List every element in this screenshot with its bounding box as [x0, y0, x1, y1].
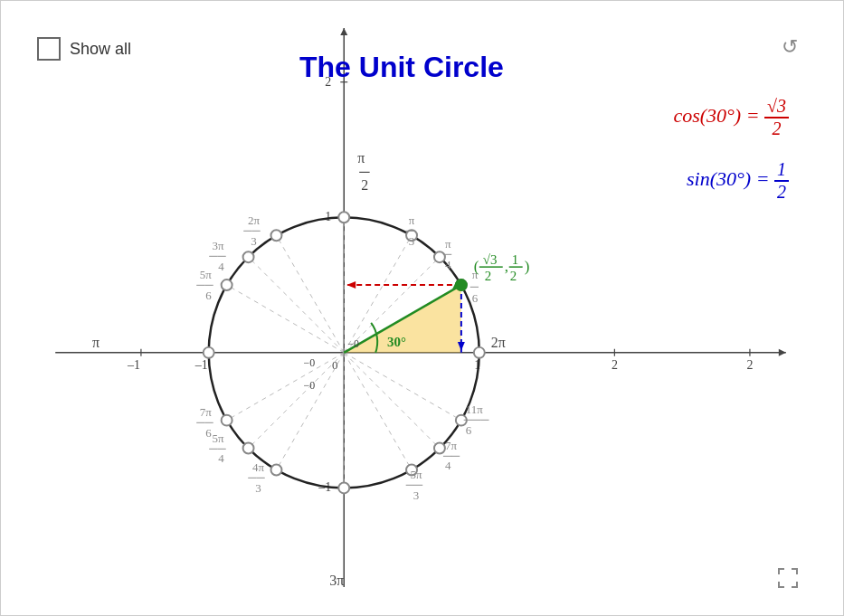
svg-text:−0: −0 — [347, 337, 359, 350]
show-all-area: Show all — [37, 37, 131, 61]
svg-line-35 — [249, 353, 345, 449]
svg-line-32 — [249, 257, 345, 353]
svg-line-31 — [276, 235, 344, 353]
svg-text:2: 2 — [510, 269, 517, 283]
formula-sin: sin(30°) = 1 2 — [687, 159, 789, 203]
svg-text:3: 3 — [251, 234, 256, 248]
main-container: Show all The Unit Circle ↺ cos(30°) = √3… — [0, 0, 844, 616]
svg-marker-1 — [779, 349, 786, 356]
svg-text:): ) — [525, 258, 530, 275]
svg-text:2π: 2π — [491, 335, 506, 350]
show-all-label: Show all — [70, 40, 131, 59]
svg-text:√3: √3 — [483, 252, 498, 267]
svg-text:−0: −0 — [303, 379, 315, 392]
svg-point-49 — [204, 347, 214, 358]
svg-point-48 — [222, 280, 232, 290]
svg-point-101 — [455, 279, 468, 291]
svg-text:1: 1 — [512, 252, 518, 267]
svg-marker-98 — [346, 281, 356, 289]
svg-point-51 — [243, 443, 254, 454]
svg-point-46 — [270, 230, 281, 241]
svg-marker-3 — [340, 28, 347, 35]
svg-text:1: 1 — [325, 210, 331, 223]
svg-text:3: 3 — [409, 234, 414, 248]
svg-text:2: 2 — [485, 269, 491, 283]
svg-text:,: , — [505, 258, 508, 275]
fullscreen-icon[interactable] — [778, 568, 798, 592]
svg-text:4: 4 — [445, 258, 451, 271]
svg-point-47 — [243, 251, 254, 262]
svg-point-45 — [338, 212, 349, 223]
unit-circle-svg: 1 2 2 –1 –1 1 2 –1 π ─ 2 π 2π 3π 0 — [1, 1, 843, 615]
svg-text:3: 3 — [255, 481, 261, 495]
svg-text:6: 6 — [472, 291, 479, 305]
svg-point-53 — [338, 482, 349, 493]
svg-text:3: 3 — [413, 488, 419, 502]
svg-text:−0: −0 — [303, 356, 315, 369]
svg-text:2: 2 — [361, 177, 368, 193]
svg-line-34 — [227, 353, 345, 421]
svg-text:–1: –1 — [127, 358, 140, 372]
svg-point-50 — [222, 415, 232, 426]
svg-text:(: ( — [474, 258, 479, 275]
svg-text:π: π — [92, 335, 100, 350]
svg-text:6: 6 — [466, 423, 472, 437]
show-all-checkbox[interactable] — [37, 37, 61, 61]
svg-text:3π: 3π — [329, 573, 344, 588]
svg-text:4: 4 — [218, 260, 224, 273]
page-title: The Unit Circle — [299, 51, 504, 84]
svg-text:6: 6 — [205, 289, 212, 302]
svg-line-39 — [344, 353, 440, 449]
svg-text:2: 2 — [746, 358, 753, 372]
svg-text:–1: –1 — [194, 358, 208, 372]
svg-text:6: 6 — [205, 426, 212, 440]
svg-text:2: 2 — [612, 358, 618, 372]
svg-text:30°: 30° — [387, 335, 406, 349]
svg-text:4: 4 — [218, 451, 224, 465]
svg-line-40 — [344, 353, 461, 421]
reload-icon[interactable]: ↺ — [782, 35, 798, 59]
svg-point-52 — [270, 464, 281, 475]
formula-cos: cos(30°) = √3 2 — [673, 96, 789, 139]
svg-line-33 — [227, 285, 345, 353]
svg-line-36 — [276, 353, 344, 470]
svg-point-57 — [474, 347, 485, 358]
svg-line-38 — [344, 353, 412, 470]
svg-text:4: 4 — [445, 459, 451, 472]
